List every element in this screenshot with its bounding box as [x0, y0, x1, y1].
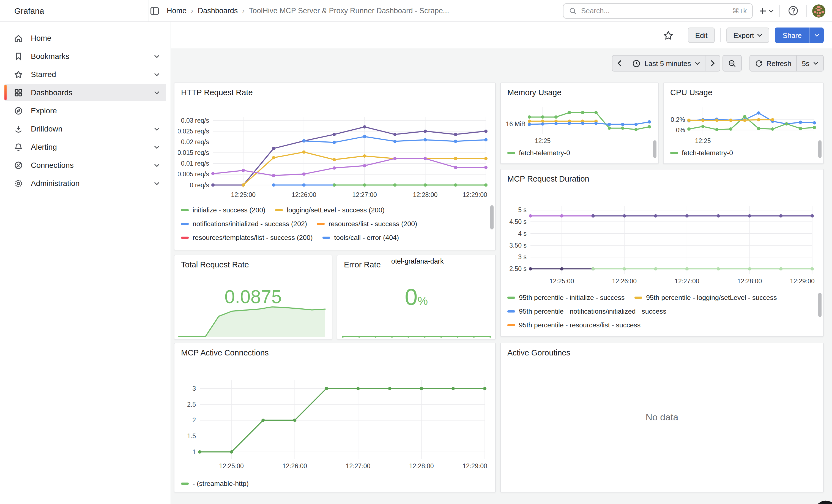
legend-label: tools/list - success (200) — [289, 247, 362, 248]
share-button[interactable]: Share — [775, 27, 809, 43]
legend-scrollbar[interactable] — [653, 140, 656, 158]
legend-marker — [323, 236, 331, 239]
panel-mcp-active-connections: MCP Active Connections 11.522.5312:25:00… — [174, 343, 496, 493]
sidebar-item-starred[interactable]: Starred — [4, 65, 166, 83]
panel-title[interactable]: CPU Usage — [664, 83, 823, 97]
sidebar-item-dashboards[interactable]: Dashboards — [4, 84, 166, 101]
sidebar-item-administration[interactable]: Administration — [4, 175, 166, 192]
legend-item[interactable]: 95th percentile - initialize - success — [508, 294, 625, 301]
legend-item[interactable]: resources/list - success (200) — [317, 220, 417, 228]
favorite-star-button[interactable] — [660, 27, 677, 43]
time-controls: Last 5 minutes Refresh 5s — [612, 55, 824, 72]
legend-scrollbar[interactable] — [818, 140, 822, 158]
cpu-usage-chart[interactable]: 0%0.2%12:25 — [666, 100, 820, 146]
chevron-down-icon — [695, 62, 700, 65]
compass-icon — [13, 106, 23, 115]
panel-mcp-request-duration: MCP Request Duration 2.50 s3 s3.50 s4 s4… — [500, 169, 824, 337]
refresh-button[interactable]: Refresh — [749, 55, 797, 72]
svg-text:3 s: 3 s — [518, 254, 527, 261]
sidebar-item-bookmarks[interactable]: Bookmarks — [4, 47, 166, 65]
panel-title[interactable]: Memory Usage — [501, 83, 658, 97]
chevron-down-icon — [769, 9, 774, 12]
memory-usage-chart[interactable]: 16 MiB12:25 — [503, 100, 655, 146]
legend-item[interactable]: resources/templates/list - success (200) — [181, 234, 313, 241]
legend-item[interactable]: fetch-telemetry-0 — [670, 149, 733, 157]
panel-title[interactable]: MCP Request Duration — [501, 169, 823, 183]
share-dropdown-button[interactable] — [809, 27, 824, 43]
time-shift-forward-button[interactable] — [705, 55, 720, 72]
legend-item[interactable]: logging/setLevel - success (200) — [275, 206, 384, 214]
svg-text:12:25: 12:25 — [695, 137, 711, 144]
legend-item[interactable]: 95th percentile - resources/list - succe… — [508, 321, 641, 329]
svg-text:12:25:00: 12:25:00 — [219, 462, 244, 470]
svg-text:12:27:00: 12:27:00 — [675, 277, 699, 285]
time-shift-back-button[interactable] — [612, 55, 627, 72]
legend-item[interactable]: 95th percentile - logging/setLevel - suc… — [634, 294, 777, 301]
sidebar-item-alerting[interactable]: Alerting — [4, 138, 166, 156]
panel-title[interactable]: Total Request Rate — [175, 255, 332, 269]
legend-item[interactable]: - (streamable-http) — [181, 479, 249, 487]
mcp-request-duration-chart[interactable]: 2.50 s3 s3.50 s4 s4.50 s5 s12:25:0012:26… — [504, 186, 820, 289]
legend-scrollbar[interactable] — [490, 205, 494, 230]
memory-legend: fetch-telemetry-0 — [503, 146, 649, 161]
legend-item[interactable]: initialize - success (200) — [181, 206, 265, 214]
legend-scrollbar[interactable] — [818, 293, 822, 317]
legend-item[interactable]: notifications/initialized - success (202… — [181, 220, 307, 228]
svg-text:0.025 req/s: 0.025 req/s — [178, 128, 209, 135]
legend-item[interactable]: tools/list - success (200) — [278, 247, 362, 248]
chevron-down-icon[interactable] — [154, 127, 160, 131]
bell-icon — [13, 142, 23, 152]
chevron-down-icon[interactable] — [154, 54, 160, 58]
search-shortcut: ⌘+k — [732, 7, 747, 15]
sidebar-item-home[interactable]: Home — [4, 29, 166, 47]
export-button[interactable]: Export — [726, 27, 769, 43]
legend-item[interactable]: tools/call - error (404) — [323, 234, 399, 241]
chevron-down-icon[interactable] — [154, 90, 160, 95]
legend-marker — [317, 222, 324, 225]
refresh-interval-picker[interactable]: 5s — [797, 55, 824, 72]
total-request-rate-value: 0.0875 — [175, 286, 332, 308]
sidebar-item-connections[interactable]: Connections — [4, 156, 166, 174]
svg-text:12:26:00: 12:26:00 — [283, 462, 307, 470]
svg-text:12:26:00: 12:26:00 — [292, 191, 316, 198]
duration-legend: 95th percentile - initialize - success95… — [503, 291, 815, 335]
panel-cpu-usage: CPU Usage 0%0.2%12:25 fetch-telemetry-0 — [663, 82, 824, 164]
legend-item[interactable]: tools/call - success (200) — [181, 247, 268, 248]
breadcrumb-dashboards[interactable]: Dashboards — [198, 7, 238, 15]
chevron-down-icon[interactable] — [154, 163, 160, 167]
chevron-down-icon[interactable] — [154, 181, 160, 185]
user-avatar[interactable] — [812, 4, 825, 17]
svg-text:0.02 req/s: 0.02 req/s — [181, 138, 209, 145]
panel-title[interactable]: HTTP Request Rate — [175, 83, 495, 97]
time-range-picker[interactable]: Last 5 minutes — [627, 55, 705, 72]
svg-text:12:28:00: 12:28:00 — [409, 462, 434, 470]
legend-item[interactable]: fetch-telemetry-0 — [508, 149, 570, 157]
legend-item[interactable]: 95th percentile - notifications/initiali… — [508, 307, 666, 315]
zoom-out-button[interactable] — [722, 55, 742, 72]
breadcrumb-current: ToolHive MCP Server & Proxy Runner Dashb… — [249, 7, 449, 15]
error-rate-sparkline — [341, 331, 493, 337]
plus-icon — [758, 6, 767, 15]
breadcrumb: Home › Dashboards › ToolHive MCP Server … — [149, 7, 449, 15]
legend-marker — [634, 296, 642, 298]
sidebar-item-explore[interactable]: Explore — [4, 102, 166, 120]
sidebar-item-drilldown[interactable]: Drilldown — [4, 120, 166, 137]
chevron-left-icon — [617, 60, 622, 67]
chevron-down-icon[interactable] — [154, 145, 160, 149]
svg-text:0.2%: 0.2% — [671, 116, 685, 123]
edit-button[interactable]: Edit — [688, 27, 715, 43]
legend-item[interactable]: unknown - success (200) — [372, 247, 460, 248]
error-rate-value: 0% — [337, 284, 495, 310]
add-new-button[interactable] — [758, 6, 774, 15]
help-button[interactable] — [785, 3, 801, 19]
dashboards-grid-icon — [13, 87, 23, 97]
breadcrumb-home[interactable]: Home — [167, 7, 186, 15]
search-input[interactable]: Search... ⌘+k — [563, 3, 753, 19]
drag-overlay-label: otel-grafana-dark — [391, 258, 443, 265]
legend-label: notifications/initialized - success (202… — [192, 220, 307, 228]
chevron-right-icon — [710, 60, 714, 67]
http-request-rate-chart[interactable]: 0 req/s0.005 req/s0.01 req/s0.015 req/s0… — [178, 101, 493, 202]
mcp-active-connections-chart[interactable]: 11.522.5312:25:0012:26:0012:27:0012:28:0… — [178, 361, 493, 475]
chevron-down-icon[interactable] — [154, 72, 160, 76]
panel-title[interactable]: MCP Active Connections — [175, 343, 495, 357]
